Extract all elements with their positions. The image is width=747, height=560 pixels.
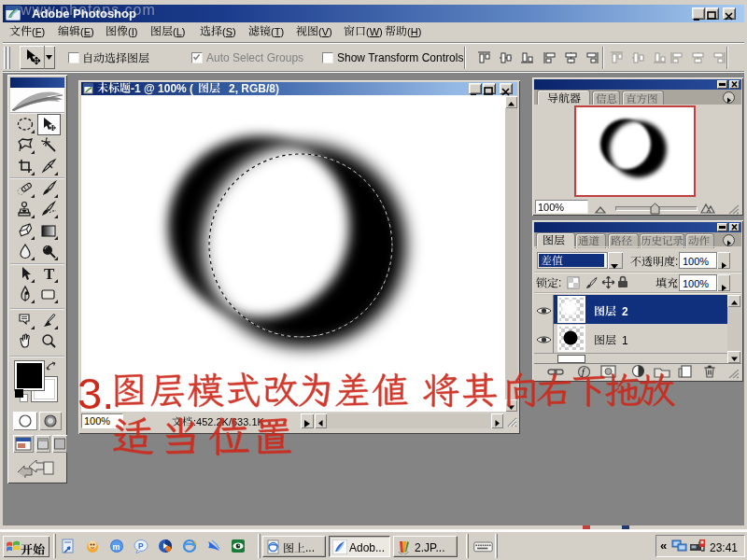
svg-text:P: P xyxy=(138,541,144,551)
svg-text:m: m xyxy=(113,542,120,552)
